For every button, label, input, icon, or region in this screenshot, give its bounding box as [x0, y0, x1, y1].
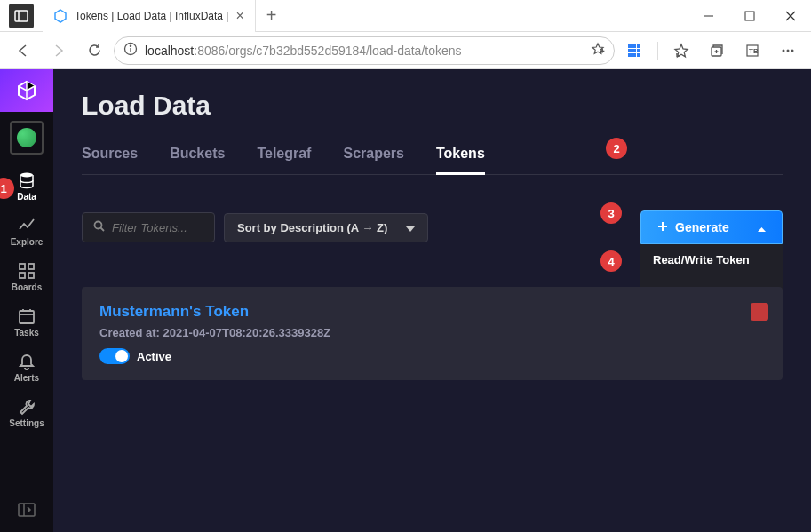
svg-rect-30 [20, 264, 25, 269]
svg-rect-15 [637, 49, 640, 52]
user-menu[interactable] [10, 121, 44, 155]
token-card: Mustermann's Token Created at: 2021-04-0… [82, 287, 783, 380]
window-maximize-button[interactable] [729, 0, 770, 32]
app-sidebar: 1 Data Explore Boards Tasks Alerts Setti… [0, 69, 53, 532]
svg-rect-3 [745, 12, 754, 20]
bell-icon [17, 352, 36, 371]
browser-tab-title: Tokens | Load Data | InfluxData | [75, 10, 228, 22]
annotation-badge-4: 4 [600, 250, 622, 272]
annotation-badge-1: 1 [0, 178, 14, 199]
tab-sources[interactable]: Sources [82, 146, 138, 174]
svg-rect-33 [28, 273, 34, 278]
svg-rect-14 [632, 49, 636, 52]
annotation-badge-3: 3 [600, 202, 622, 224]
tab-telegraf[interactable]: Telegraf [257, 146, 311, 174]
sidebar-collapse-button[interactable] [9, 496, 44, 523]
svg-text:TB: TB [749, 47, 759, 55]
new-tab-button[interactable]: + [256, 5, 288, 26]
sidebar-item-alerts[interactable]: Alerts [0, 345, 53, 390]
plus-icon [657, 220, 668, 234]
sidebar-item-data[interactable]: 1 Data [0, 163, 53, 209]
svg-rect-34 [20, 311, 34, 323]
active-toggle[interactable] [99, 348, 130, 364]
influx-favicon-icon [53, 9, 68, 23]
svg-rect-10 [628, 44, 632, 48]
influx-logo[interactable] [0, 69, 53, 112]
svg-rect-0 [15, 11, 28, 21]
svg-rect-11 [632, 44, 636, 48]
forward-button[interactable] [43, 35, 75, 67]
filter-input-field[interactable] [112, 221, 203, 234]
tab-buckets[interactable]: Buckets [170, 146, 225, 174]
annotation-badge-2: 2 [606, 138, 627, 159]
active-label: Active [137, 350, 171, 363]
tab-tokens[interactable]: Tokens [436, 146, 485, 174]
sidebar-item-tasks[interactable]: Tasks [0, 299, 53, 345]
page-tabs: Sources Buckets Telegraf Scrapers Tokens [82, 146, 783, 175]
svg-rect-17 [632, 53, 636, 57]
calendar-icon [17, 306, 36, 326]
delete-token-button[interactable] [751, 303, 768, 321]
page-title: Load Data [82, 91, 783, 121]
reload-button[interactable] [78, 35, 110, 67]
sort-label: Sort by Description (A → Z) [237, 221, 387, 234]
boards-icon [17, 261, 36, 281]
tab-scrapers[interactable]: Scrapers [343, 146, 404, 174]
svg-point-27 [787, 49, 790, 52]
svg-rect-16 [628, 53, 632, 57]
browser-addressbar-row: localhost:8086/orgs/c7b32bd552d59184/loa… [0, 32, 811, 69]
svg-point-28 [791, 49, 794, 52]
svg-point-29 [20, 173, 33, 178]
svg-rect-31 [28, 264, 34, 269]
browser-sidebar-button[interactable] [9, 4, 34, 28]
apps-grid-icon[interactable] [618, 35, 650, 67]
user-avatar-icon [17, 128, 36, 147]
svg-point-40 [95, 222, 102, 229]
sort-select[interactable]: Sort by Description (A → Z) [224, 213, 428, 242]
database-icon [17, 171, 36, 190]
search-icon [93, 220, 105, 234]
window-close-button[interactable] [770, 0, 811, 32]
menu-icon[interactable] [772, 35, 804, 67]
svg-rect-32 [20, 273, 25, 278]
explore-icon [17, 216, 36, 235]
address-bar[interactable]: localhost:8086/orgs/c7b32bd552d59184/loa… [114, 36, 615, 65]
back-button[interactable] [7, 35, 39, 67]
chevron-down-icon [406, 221, 415, 234]
token-created-at: Created at: 2021-04-07T08:20:26.3339328Z [99, 326, 765, 339]
sidebar-item-boards[interactable]: Boards [0, 254, 53, 299]
window-minimize-button[interactable] [688, 0, 729, 32]
token-name[interactable]: Mustermann's Token [99, 303, 765, 321]
svg-rect-13 [628, 49, 632, 52]
svg-text:+: + [600, 48, 604, 54]
url-text: localhost:8086/orgs/c7b32bd552d59184/loa… [145, 44, 584, 58]
svg-point-8 [130, 45, 131, 46]
tab-close-icon[interactable]: × [235, 8, 243, 24]
dropdown-read-write[interactable]: Read/Write Token [640, 244, 783, 275]
sidebar-item-explore[interactable]: Explore [0, 209, 53, 254]
extension-icon[interactable]: TB [736, 35, 768, 67]
chevron-up-icon [758, 220, 766, 234]
svg-rect-18 [637, 53, 640, 57]
favorites-icon[interactable] [665, 35, 697, 67]
browser-titlebar: Tokens | Load Data | InfluxData | × + [0, 0, 811, 32]
generate-label: Generate [675, 220, 729, 234]
svg-rect-12 [637, 44, 640, 48]
sidebar-item-settings[interactable]: Settings [0, 390, 53, 435]
browser-tab[interactable]: Tokens | Load Data | InfluxData | × [43, 0, 256, 32]
main-content: Load Data Sources Buckets Telegraf Scrap… [53, 69, 811, 532]
star-icon[interactable]: + [591, 42, 605, 60]
wrench-icon [17, 397, 36, 417]
generate-button[interactable]: Generate [640, 210, 783, 244]
collections-icon[interactable] [701, 35, 733, 67]
info-icon[interactable] [123, 42, 138, 60]
svg-line-41 [101, 228, 105, 232]
svg-rect-38 [19, 504, 35, 516]
filter-tokens-input[interactable] [82, 212, 215, 242]
svg-point-26 [783, 49, 785, 52]
